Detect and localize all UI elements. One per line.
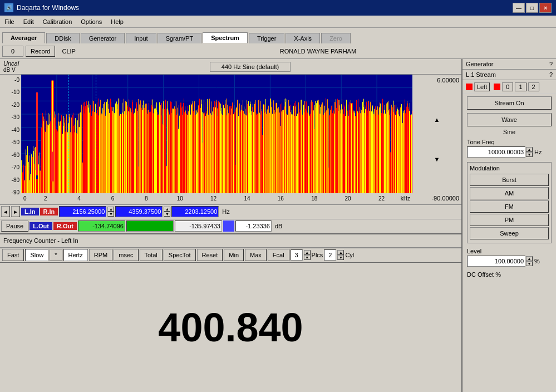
pause-input-1[interactable] (78, 220, 125, 232)
menu-edit[interactable]: Edit (19, 17, 38, 26)
val2-spin: ▲ ▼ (337, 250, 344, 260)
window-controls[interactable]: — □ ✕ (513, 3, 552, 13)
tone-freq-input[interactable] (467, 146, 525, 158)
big-number-value: 400.840 (158, 305, 303, 350)
y-label-80: -80 (0, 177, 21, 189)
ctrl-input-2[interactable] (115, 206, 163, 217)
fcal-button[interactable]: Fcal (268, 249, 289, 261)
tab-generator[interactable]: Generator (81, 33, 125, 43)
right-arrow-up[interactable]: ▲ (415, 116, 459, 123)
dc-offset-label: DC Offset % (462, 269, 556, 280)
toolbar-input[interactable] (2, 46, 23, 57)
left-arrow[interactable]: ◄ (1, 206, 10, 217)
wave-button[interactable]: Wave (467, 113, 552, 126)
channel-left-button[interactable]: Left (474, 82, 490, 91)
y-label-30: -30 (0, 114, 21, 126)
val1-spin: ▲ ▼ (304, 250, 311, 260)
min-button[interactable]: Min (224, 249, 244, 261)
tab-input[interactable]: Input (126, 33, 156, 43)
pause-input-2[interactable] (175, 220, 222, 232)
level-up[interactable]: ▲ (526, 256, 533, 261)
pause-button[interactable]: Pause (1, 220, 28, 232)
max-button[interactable]: Max (245, 249, 267, 261)
pause-input-3[interactable] (235, 220, 272, 232)
burst-button[interactable]: Burst (470, 174, 549, 186)
title-bar: 🔊 Daqarta for Windows — □ ✕ (0, 0, 556, 16)
lout-badge[interactable]: L.Out (29, 222, 52, 230)
cyl-val-input[interactable] (324, 249, 336, 261)
msec-button[interactable]: msec (114, 249, 138, 261)
star-button[interactable]: * (50, 249, 62, 261)
sweep-button[interactable]: Sweep (470, 227, 549, 239)
val2-up[interactable]: ▲ (337, 250, 344, 255)
tab-ddisk[interactable]: DDisk (46, 33, 79, 43)
fast-button[interactable]: Fast (2, 249, 24, 261)
ctrl-input-3[interactable] (171, 206, 219, 217)
pm-button[interactable]: PM (470, 214, 549, 226)
pause-row: Pause L.Out R.Out dB (0, 219, 461, 233)
x-label-4: 4 (62, 195, 96, 202)
tab-averager[interactable]: Averager (2, 32, 45, 43)
reset-button[interactable]: Reset (197, 249, 223, 261)
tone-up[interactable]: ▲ (526, 147, 533, 152)
tab-trigger[interactable]: Trigger (249, 33, 284, 43)
uncal-label: Uncal (3, 60, 36, 67)
tab-bar: Averager DDisk Generator Input Sgram/PT … (0, 28, 556, 43)
slow-button[interactable]: Slow (25, 249, 48, 261)
level-pct: % (533, 258, 540, 264)
level-input[interactable] (467, 256, 525, 267)
right-bottom-value: -90.00000 (415, 195, 459, 202)
level-down[interactable]: ▼ (526, 261, 533, 266)
ctrl-input-1[interactable] (59, 206, 106, 217)
rpm-button[interactable]: RPM (89, 249, 112, 261)
menu-help[interactable]: Help (106, 17, 128, 26)
tab-xaxis[interactable]: X-Axis (286, 33, 320, 43)
tone-down[interactable]: ▼ (526, 152, 533, 157)
val1-up[interactable]: ▲ (304, 250, 311, 255)
val1-down[interactable]: ▼ (304, 255, 311, 260)
menu-calibration[interactable]: Calibration (38, 17, 77, 26)
am-button[interactable]: AM (470, 187, 549, 199)
modulation-section: Modulation Burst AM FM PM Sweep (467, 162, 552, 243)
fm-button[interactable]: FM (470, 200, 549, 213)
app-icon: 🔊 (4, 3, 13, 12)
maximize-button[interactable]: □ (526, 3, 538, 13)
rout-badge[interactable]: R.Out (53, 222, 77, 230)
sine-type-label: Sine (462, 128, 556, 136)
x-label-10: 10 (163, 195, 196, 202)
tab-spectrum[interactable]: Spectrum (203, 32, 248, 43)
hertz-button[interactable]: Hertz (63, 249, 88, 261)
menu-options[interactable]: Options (76, 17, 106, 26)
menu-file[interactable]: File (0, 17, 19, 26)
stream-header: L.1 Stream ? (462, 70, 556, 80)
tab-zero[interactable]: Zero (321, 33, 351, 43)
stream-help-icon[interactable]: ? (549, 71, 553, 78)
spin-down-2[interactable]: ▼ (164, 212, 170, 217)
spin-down-1[interactable]: ▼ (107, 212, 114, 217)
val2-down[interactable]: ▼ (337, 255, 344, 260)
x-label-khz: kHz (398, 195, 412, 202)
gen-help-icon[interactable]: ? (549, 61, 553, 67)
level-label: Level (467, 248, 552, 254)
stream-on-button[interactable]: Stream On (467, 96, 552, 110)
spin-up-2[interactable]: ▲ (164, 207, 170, 212)
rin-badge[interactable]: R.In (40, 208, 58, 215)
ch-btn-2[interactable]: 2 (528, 82, 539, 91)
record-button[interactable]: Record (26, 46, 55, 57)
close-button[interactable]: ✕ (539, 3, 552, 13)
tab-sgram[interactable]: Sgram/PT (158, 33, 202, 43)
total-button[interactable]: Total (140, 249, 163, 261)
right-arrow-down[interactable]: ▼ (415, 156, 459, 163)
lin-badge[interactable]: L.In (21, 208, 39, 215)
spin-up-1[interactable]: ▲ (107, 207, 114, 212)
right-values: 6.00000 ▲ ▼ -90.00000 (412, 75, 461, 204)
freq-counter-bar: Frequency Counter - Left In (0, 233, 461, 248)
spectot-button[interactable]: SpecTot (164, 249, 196, 261)
x-label-14: 14 (230, 195, 264, 202)
chart-section: -0 -10 -20 -30 -40 -50 -60 -70 -80 -90 (0, 75, 461, 204)
ch-btn-1[interactable]: 1 (515, 82, 526, 91)
plcs-val-input[interactable] (291, 249, 303, 261)
right-arrow[interactable]: ► (11, 206, 20, 217)
minimize-button[interactable]: — (513, 3, 525, 13)
ch-btn-0[interactable]: 0 (502, 82, 513, 91)
